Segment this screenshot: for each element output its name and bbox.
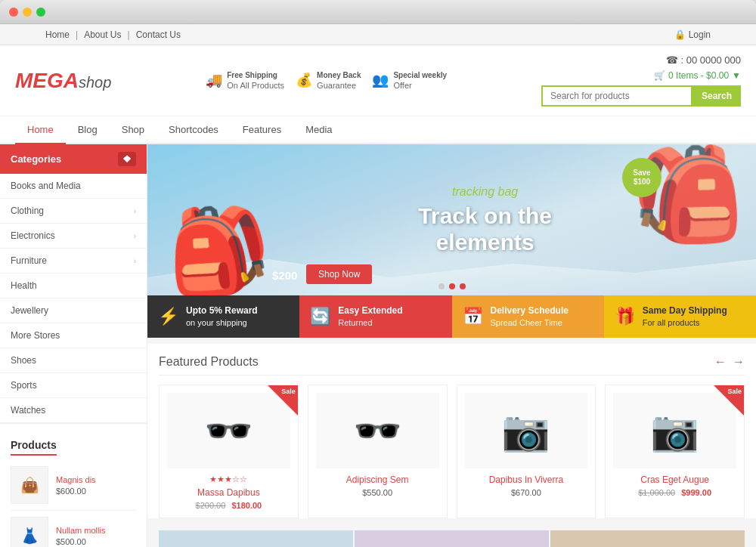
main-nav: Home Blog Shop Shortcodes Features Media — [0, 116, 756, 144]
browser-window-controls — [9, 8, 45, 17]
dot-1[interactable] — [438, 283, 445, 289]
cat-item-more-stores[interactable]: More Stores — [0, 323, 147, 348]
product-card-2[interactable]: 🕶️ Adipiscing Sem $550.00 — [308, 385, 448, 518]
price-old-4: $1,000.00 — [638, 488, 675, 497]
product-card-3[interactable]: 📷 Dapibus In Viverra $670.00 — [457, 385, 596, 518]
badge-special-subtitle: Offer — [393, 81, 411, 90]
banner-slider[interactable]: 🎒 🎒 tracking bag Track on theelements $2… — [147, 144, 756, 295]
product-thumb-1: 👜 — [11, 466, 48, 504]
promo-glasses[interactable]: 🕶️ Women Glassses — [355, 530, 549, 547]
feature-reward-title: Upto 5% Reward — [186, 304, 258, 317]
badge-special: 👥 Special weekly Offer — [372, 70, 447, 91]
browser-nav-home[interactable]: Home — [45, 29, 70, 40]
categories-header: Categories ❖ — [0, 144, 147, 174]
cat-item-electronics[interactable]: Electronics › — [0, 224, 147, 249]
cat-item-books[interactable]: Books and Media — [0, 174, 147, 199]
nav-item-shortcodes[interactable]: Shortcodes — [156, 116, 231, 144]
cat-item-jewellery[interactable]: Jewellery — [0, 298, 147, 323]
cat-item-shoes[interactable]: Shoes — [0, 348, 147, 373]
cat-item-furniture[interactable]: Furniture › — [0, 249, 147, 274]
featured-header: Featured Products ← → — [159, 355, 745, 375]
product-name-1[interactable]: Magnis dis — [56, 474, 136, 485]
header-right: ☎ : 00 0000 000 🛒 0 Items - $0.00 ▼ Sear… — [541, 54, 741, 107]
badge-special-title: Special weekly — [393, 70, 447, 80]
maximize-button[interactable] — [36, 8, 45, 17]
special-icon: 👥 — [372, 72, 389, 88]
categories-label: Categories — [11, 153, 61, 165]
sidebar-products-section: Products 👜 Magnis dis $600.00 👗 — [0, 424, 147, 547]
search-bar: Search — [541, 85, 741, 107]
products-grid: Sale 🕶️ ★★★☆☆ Massa Dapibus $200.00 $180… — [159, 385, 745, 518]
next-button[interactable]: → — [733, 355, 745, 369]
badge-shipping-subtitle: On All Products — [227, 81, 284, 90]
logo-shop: shop — [79, 74, 111, 91]
price-new-4: $999.00 — [681, 488, 711, 497]
banner-subtitle: tracking bag — [418, 185, 552, 199]
banner-title: Track on theelements — [418, 203, 552, 255]
main-content: 🎒 🎒 tracking bag Track on theelements $2… — [147, 144, 756, 547]
list-item: 👜 Magnis dis $600.00 — [11, 460, 136, 511]
nav-item-home[interactable]: Home — [15, 116, 66, 144]
product-card-name-4[interactable]: Cras Eget Augue — [613, 474, 736, 485]
sale-label-4: Sale — [727, 388, 742, 395]
cat-item-sports[interactable]: Sports — [0, 373, 147, 398]
categories-icon: ❖ — [118, 152, 136, 166]
product-card-name-1[interactable]: Massa Dapibus — [167, 487, 290, 498]
dot-2[interactable] — [449, 283, 455, 289]
nav-item-media[interactable]: Media — [293, 116, 344, 144]
browser-titlebar — [0, 0, 756, 24]
minimize-button[interactable] — [23, 8, 32, 17]
product-card-prices-1: $200.00 $180.00 — [167, 501, 290, 510]
logo[interactable]: MEGA shop — [15, 69, 111, 93]
shop-now-button[interactable]: Shop Now — [306, 264, 372, 284]
close-button[interactable] — [9, 8, 18, 17]
cart-info[interactable]: 🛒 0 Items - $0.00 ▼ — [654, 70, 741, 81]
feature-delivery-subtitle: Spread Cheer Time — [491, 318, 562, 327]
browser-nav-bar: Home | About Us | Contact Us 🔒 Login — [0, 24, 756, 45]
extended-icon: 🔄 — [310, 307, 330, 326]
banner-backpack-left: 🎒 — [163, 204, 273, 295]
dot-3[interactable] — [460, 283, 466, 289]
list-item: 👗 Nullam mollis $500.00 — [11, 511, 136, 547]
cat-item-health[interactable]: Health — [0, 274, 147, 298]
nav-item-blog[interactable]: Blog — [66, 116, 110, 144]
browser-nav-about[interactable]: About Us — [84, 29, 121, 40]
featured-title: Featured Products — [159, 355, 259, 369]
promo-laptop[interactable]: 💻 All Brand Laptop — [159, 530, 353, 547]
promo-watch[interactable]: ⌚ Watch Collection — [550, 530, 745, 547]
product-card-4[interactable]: Sale 📷 Cras Eget Augue $1,000.00 $999.00 — [605, 385, 745, 518]
browser-nav-contact[interactable]: Contact Us — [136, 29, 181, 40]
product-card-prices-3: $670.00 — [465, 488, 588, 497]
featured-nav: ← → — [714, 355, 745, 369]
product-card-1[interactable]: Sale 🕶️ ★★★☆☆ Massa Dapibus $200.00 $180… — [159, 385, 299, 518]
product-card-name-3[interactable]: Dapibus In Viverra — [465, 474, 588, 485]
banner-dots — [438, 283, 466, 289]
prev-button[interactable]: ← — [714, 355, 727, 369]
product-thumb-2: 👗 — [11, 517, 48, 547]
product-image-2: 🕶️ — [316, 393, 439, 468]
product-card-prices-2: $550.00 — [316, 488, 439, 497]
banner-text: tracking bag Track on theelements — [418, 185, 552, 255]
price-2: $550.00 — [362, 488, 392, 497]
cat-item-clothing[interactable]: Clothing › — [0, 199, 147, 224]
price-new-1: $180.00 — [231, 501, 262, 510]
product-name-2[interactable]: Nullam mollis — [56, 525, 136, 536]
nav-item-features[interactable]: Features — [231, 116, 293, 144]
search-input[interactable] — [541, 85, 692, 107]
feature-extended: 🔄 Easy Extended Returned — [299, 295, 451, 338]
badge-money-subtitle: Guarantee — [317, 81, 356, 90]
product-card-name-2[interactable]: Adipiscing Sem — [316, 474, 439, 485]
reward-icon: ⚡ — [158, 307, 178, 326]
promo-section: 💻 All Brand Laptop 🕶️ Women Glassses ⌚ W… — [147, 524, 756, 547]
feature-delivery: 📅 Delivery Schedule Spread Cheer Time — [452, 295, 604, 338]
search-button[interactable]: Search — [692, 85, 741, 107]
shipping-icon: 🚚 — [206, 72, 222, 88]
cat-item-watches[interactable]: Watches — [0, 398, 147, 423]
site-header: MEGA shop 🚚 Free Shipping On All Product… — [0, 45, 756, 116]
login-link[interactable]: 🔒 Login — [674, 29, 711, 40]
product-price-1: $600.00 — [56, 487, 136, 496]
header-badges: 🚚 Free Shipping On All Products 💰 Money … — [126, 70, 526, 91]
nav-item-shop[interactable]: Shop — [110, 116, 156, 144]
cart-dropdown-icon: ▼ — [732, 70, 741, 81]
products-section-title: Products — [11, 439, 57, 456]
